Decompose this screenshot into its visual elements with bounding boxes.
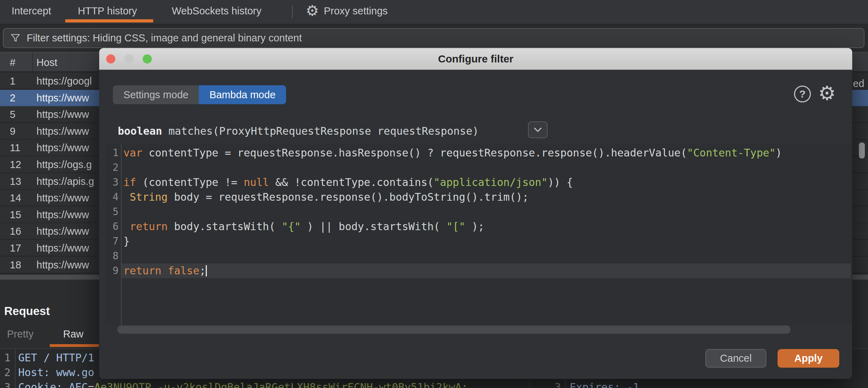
line-number: 1 (105, 146, 118, 160)
code-segment (123, 191, 130, 203)
filter-settings-bar[interactable]: Filter settings: Hiding CSS, image and g… (3, 28, 864, 48)
row-host: https://www (36, 192, 89, 204)
bambda-code-line: 3if (contentType != null && !contentType… (105, 175, 852, 190)
line-code: Expires: -1 (570, 380, 639, 388)
code-segment: (contentType != (136, 176, 244, 188)
code-segment: Expires: -1 (570, 381, 639, 388)
row-number: 9 (10, 126, 15, 137)
signature-rest: matches(ProxyHttpRequestResponse request… (162, 125, 479, 137)
tab-pretty[interactable]: Pretty (7, 328, 34, 340)
filter-settings-text: Filter settings: Hiding CSS, image and g… (27, 32, 302, 44)
code-segment: } (123, 235, 130, 247)
proxy-settings-label: Proxy settings (324, 5, 388, 17)
code-segment (123, 220, 130, 233)
code-segment: body.startsWith( (168, 220, 282, 233)
bambda-mode-button[interactable]: Bambda mode (199, 85, 286, 104)
bambda-code-line: 2 (105, 160, 852, 175)
code-segment: String (130, 191, 168, 203)
row-number: 13 (10, 176, 21, 187)
code-segment: GET / HTTP/1 (18, 352, 94, 364)
help-icon[interactable]: ? (794, 86, 811, 102)
filter-funnel-icon (10, 33, 21, 44)
line-code: Cookie: AEC=Ae3NU9QTP_-u-v2koslDqBelaJaR… (18, 380, 468, 388)
signature-dropdown-button[interactable] (528, 121, 548, 138)
tabbar-divider (292, 6, 293, 18)
settings-gear-button[interactable]: ⚙ (817, 83, 837, 104)
code-segment: )) { (548, 176, 573, 188)
message-line: 3Cookie: AEC=Ae3NU9QTP_-u-v2koslDqBelaJa… (0, 380, 528, 388)
cancel-button[interactable]: Cancel (705, 349, 766, 368)
column-header-number[interactable]: # (10, 57, 15, 68)
row-number: 12 (10, 159, 21, 170)
code-segment: ) || body.startsWith( (301, 220, 446, 233)
text-cursor (206, 265, 207, 276)
tab-proxy-settings[interactable]: ⚙ Proxy settings (306, 0, 388, 22)
current-line-highlight (122, 263, 851, 278)
bambda-code-editor[interactable]: 1var contentType = requestResponse.hasRe… (105, 144, 852, 325)
table-vertical-scrollbar[interactable] (859, 142, 865, 159)
code-segment: false (168, 265, 199, 277)
row-host: https://www (36, 259, 89, 271)
code-segment: body = requestResponse.response().bodyTo… (168, 191, 529, 203)
row-host: https://www (36, 209, 89, 221)
bambda-code-line: 7} (105, 234, 852, 249)
row-host: https://www (36, 142, 89, 154)
line-number: 8 (105, 249, 118, 263)
line-code: } (123, 234, 130, 249)
line-number: 7 (105, 234, 118, 249)
bambda-code-line: 1var contentType = requestResponse.hasRe… (105, 146, 852, 160)
top-tab-bar: Intercept HTTP history WebSockets histor… (0, 0, 868, 25)
line-code: GET / HTTP/1 (18, 350, 94, 365)
code-segment: "{" (282, 220, 301, 233)
line-code: var contentType = requestResponse.hasRes… (123, 146, 782, 160)
code-segment: "Content-Type" (687, 147, 775, 159)
code-segment: ); (465, 220, 484, 233)
apply-button[interactable]: Apply (778, 349, 839, 368)
tab-raw[interactable]: Raw (63, 328, 83, 340)
row-number: 1 (10, 75, 15, 87)
gear-icon: ⚙ (306, 4, 319, 18)
code-segment: null (244, 176, 269, 188)
column-header-host[interactable]: Host (36, 57, 57, 68)
line-code: return body.startsWith( "{" ) || body.st… (123, 219, 484, 234)
message-line: 3Expires: -1 (533, 380, 868, 388)
settings-mode-button[interactable]: Settings mode (113, 85, 199, 104)
row-host: https://ogs.g (36, 159, 92, 170)
code-segment: Host: www.go (18, 366, 94, 379)
chevron-down-icon (534, 127, 542, 133)
row-number: 17 (10, 242, 21, 254)
code-segment (161, 265, 168, 277)
burp-suite-window: Intercept HTTP history WebSockets histor… (0, 0, 868, 388)
row-host: https://www (36, 92, 89, 104)
tab-http-history[interactable]: HTTP history (78, 0, 137, 22)
request-panel-title: Request (4, 305, 50, 318)
line-number: 2 (0, 365, 11, 380)
signature-return-type: boolean (118, 125, 162, 137)
truncated-cell-text: ed (853, 78, 864, 89)
code-segment: return (130, 220, 168, 233)
code-segment: = (88, 381, 94, 388)
row-number: 5 (10, 109, 15, 120)
line-number: 1 (0, 350, 11, 365)
line-number: 2 (105, 160, 118, 175)
column-separator[interactable] (32, 53, 33, 71)
dialog-title: Configure filter (99, 48, 852, 70)
code-segment: if (123, 176, 136, 188)
bambda-code-line: 5 (105, 205, 852, 219)
line-number: 3 (533, 380, 561, 388)
tab-intercept[interactable]: Intercept (12, 0, 51, 22)
line-number: 3 (105, 175, 118, 190)
gear-icon: ⚙ (818, 83, 836, 103)
line-number: 5 (105, 205, 118, 219)
row-number: 15 (10, 209, 21, 221)
code-segment: Ae3NU9QTP_-u-v2koslDqBelaJaRGetLXH8ssWir… (94, 381, 468, 388)
tab-websockets-history[interactable]: WebSockets history (172, 0, 262, 22)
bambda-code-line: 9return false; (105, 263, 852, 278)
dialog-titlebar[interactable]: Configure filter (99, 48, 852, 70)
code-segment: Cookie: AEC (18, 381, 88, 388)
line-number: 4 (105, 190, 118, 205)
row-number: 2 (10, 92, 15, 104)
line-code: if (contentType != null && !contentType.… (123, 175, 573, 190)
row-host: https://googl (36, 75, 92, 87)
editor-horizontal-scrollbar[interactable] (117, 326, 791, 334)
